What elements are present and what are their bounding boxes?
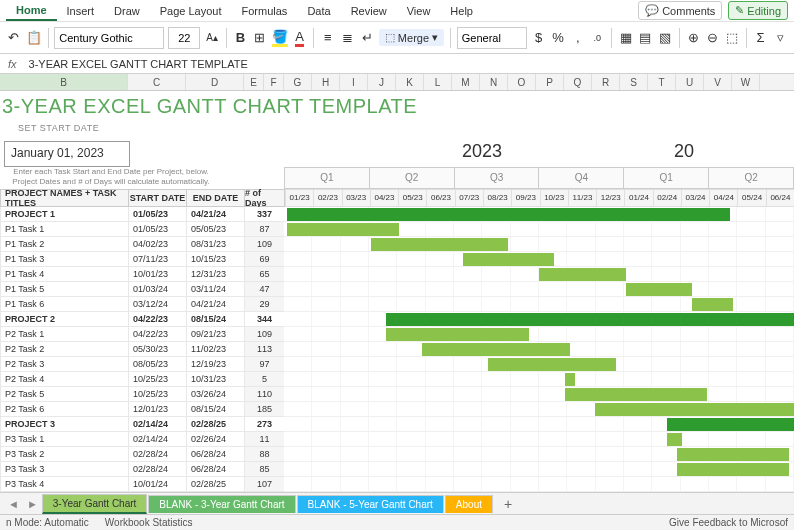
cell-name[interactable]: P3 Task 2 xyxy=(0,447,128,462)
cell-end[interactable]: 11/02/23 xyxy=(186,342,244,357)
decrease-decimal-button[interactable]: .0 xyxy=(590,27,606,49)
cell-name[interactable]: P3 Task 3 xyxy=(0,462,128,477)
insert-cells-button[interactable]: ⊕ xyxy=(685,27,701,49)
cell-start[interactable]: 01/03/24 xyxy=(128,282,186,297)
cell-days[interactable]: 113 xyxy=(244,342,284,357)
col-header-N[interactable]: N xyxy=(480,74,508,90)
cell-name[interactable]: P3 Task 4 xyxy=(0,477,128,492)
col-header-I[interactable]: I xyxy=(340,74,368,90)
ribbon-tab-home[interactable]: Home xyxy=(6,1,57,21)
col-header-U[interactable]: U xyxy=(676,74,704,90)
cell-end[interactable]: 05/05/23 xyxy=(186,222,244,237)
autosum-button[interactable]: Σ xyxy=(753,27,769,49)
cell-start[interactable]: 01/05/23 xyxy=(128,207,186,222)
cell-start[interactable]: 04/02/23 xyxy=(128,237,186,252)
cell-days[interactable]: 337 xyxy=(244,207,284,222)
cell-start[interactable]: 08/05/23 xyxy=(128,357,186,372)
cell-end[interactable]: 08/15/24 xyxy=(186,402,244,417)
cell-days[interactable]: 88 xyxy=(244,447,284,462)
cell-days[interactable]: 65 xyxy=(244,267,284,282)
cell-name[interactable]: P2 Task 1 xyxy=(0,327,128,342)
editing-button[interactable]: ✎Editing xyxy=(728,1,788,20)
col-end-date[interactable]: END DATE xyxy=(186,189,244,207)
cell-days[interactable]: 110 xyxy=(244,387,284,402)
cell-end[interactable]: 08/15/24 xyxy=(186,312,244,327)
cell-days[interactable]: 29 xyxy=(244,297,284,312)
cell-start[interactable]: 04/22/23 xyxy=(128,312,186,327)
cell-name[interactable]: PROJECT 1 xyxy=(0,207,128,222)
cell-start[interactable]: 03/12/24 xyxy=(128,297,186,312)
cell-end[interactable]: 02/26/24 xyxy=(186,432,244,447)
sort-filter-button[interactable]: ▿ xyxy=(772,27,788,49)
feedback-link[interactable]: Give Feedback to Microsof xyxy=(669,517,788,528)
cell-days[interactable]: 87 xyxy=(244,222,284,237)
cell-end[interactable]: 02/28/25 xyxy=(186,417,244,432)
conditional-format-button[interactable]: ▦ xyxy=(618,27,634,49)
cell-end[interactable]: 10/15/23 xyxy=(186,252,244,267)
cell-end[interactable]: 09/21/23 xyxy=(186,327,244,342)
cell-start[interactable]: 12/01/23 xyxy=(128,402,186,417)
cell-start[interactable]: 10/25/23 xyxy=(128,387,186,402)
border-button[interactable]: ⊞ xyxy=(252,27,268,49)
cell-end[interactable]: 12/19/23 xyxy=(186,357,244,372)
cell-days[interactable]: 109 xyxy=(244,327,284,342)
col-header-T[interactable]: T xyxy=(648,74,676,90)
ribbon-tab-draw[interactable]: Draw xyxy=(104,2,150,20)
cell-name[interactable]: PROJECT 2 xyxy=(0,312,128,327)
ribbon-tab-insert[interactable]: Insert xyxy=(57,2,105,20)
ribbon-tab-data[interactable]: Data xyxy=(297,2,340,20)
comments-button[interactable]: 💬Comments xyxy=(638,1,722,20)
cell-days[interactable]: 185 xyxy=(244,402,284,417)
delete-cells-button[interactable]: ⊖ xyxy=(705,27,721,49)
cell-name[interactable]: P1 Task 6 xyxy=(0,297,128,312)
cell-name[interactable]: P2 Task 3 xyxy=(0,357,128,372)
formula-content[interactable]: 3-YEAR EXCEL GANTT CHART TEMPLATE xyxy=(25,58,794,70)
col-header-F[interactable]: F xyxy=(264,74,284,90)
cell-name[interactable]: P1 Task 4 xyxy=(0,267,128,282)
font-color-button[interactable]: A xyxy=(292,27,308,49)
ribbon-tab-formulas[interactable]: Formulas xyxy=(232,2,298,20)
col-header-Q[interactable]: Q xyxy=(564,74,592,90)
cell-name[interactable]: P2 Task 4 xyxy=(0,372,128,387)
comma-button[interactable]: , xyxy=(570,27,586,49)
ribbon-tab-help[interactable]: Help xyxy=(440,2,483,20)
percent-button[interactable]: % xyxy=(550,27,566,49)
cell-name[interactable]: P2 Task 6 xyxy=(0,402,128,417)
cell-name[interactable]: P3 Task 1 xyxy=(0,432,128,447)
cell-styles-button[interactable]: ▧ xyxy=(657,27,673,49)
cell-days[interactable]: 107 xyxy=(244,477,284,492)
col-header-E[interactable]: E xyxy=(244,74,264,90)
currency-button[interactable]: $ xyxy=(531,27,547,49)
sheet-tab-3year[interactable]: 3-Year Gantt Chart xyxy=(42,494,148,514)
cell-name[interactable]: P1 Task 3 xyxy=(0,252,128,267)
col-days[interactable]: # of Days xyxy=(244,189,284,207)
align-top-button[interactable]: ≡ xyxy=(320,27,336,49)
cell-name[interactable]: P1 Task 5 xyxy=(0,282,128,297)
col-header-H[interactable]: H xyxy=(312,74,340,90)
cell-end[interactable]: 03/11/24 xyxy=(186,282,244,297)
cell-days[interactable]: 344 xyxy=(244,312,284,327)
col-header-L[interactable]: L xyxy=(424,74,452,90)
cell-end[interactable]: 04/21/24 xyxy=(186,207,244,222)
cell-days[interactable]: 85 xyxy=(244,462,284,477)
cell-end[interactable]: 06/28/24 xyxy=(186,462,244,477)
font-size-input[interactable] xyxy=(168,27,200,49)
cell-start[interactable]: 02/14/24 xyxy=(128,417,186,432)
cell-name[interactable]: P1 Task 2 xyxy=(0,237,128,252)
merge-button[interactable]: ⬚Merge▾ xyxy=(379,29,444,46)
cell-end[interactable]: 06/28/24 xyxy=(186,447,244,462)
cell-start[interactable]: 02/14/24 xyxy=(128,432,186,447)
format-table-button[interactable]: ▤ xyxy=(637,27,653,49)
clipboard-button[interactable]: 📋 xyxy=(26,27,42,49)
cell-start[interactable]: 02/28/24 xyxy=(128,462,186,477)
start-date-input[interactable]: January 01, 2023 xyxy=(4,141,130,167)
cell-start[interactable]: 10/25/23 xyxy=(128,372,186,387)
cell-start[interactable]: 05/30/23 xyxy=(128,342,186,357)
fill-color-button[interactable]: 🪣 xyxy=(272,27,288,49)
cell-start[interactable]: 02/28/24 xyxy=(128,447,186,462)
title-cell[interactable]: 3-YEAR EXCEL GANTT CHART TEMPLATE xyxy=(0,91,794,123)
cell-name[interactable]: P1 Task 1 xyxy=(0,222,128,237)
undo-button[interactable]: ↶ xyxy=(6,27,22,49)
col-header-C[interactable]: C xyxy=(128,74,186,90)
font-select[interactable] xyxy=(54,27,164,49)
